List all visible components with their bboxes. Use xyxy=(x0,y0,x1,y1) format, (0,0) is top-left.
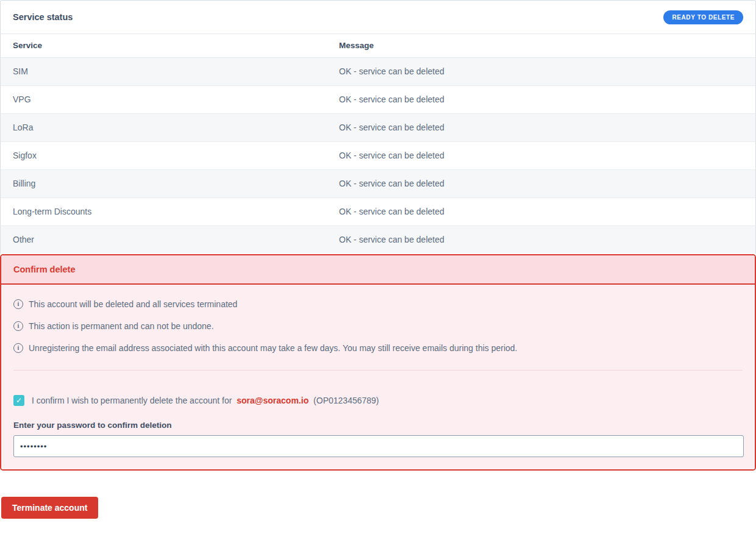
info-note: iThis account will be deleted and all se… xyxy=(13,299,743,309)
column-header-service: Service xyxy=(1,34,327,57)
table-row: Long-term DiscountsOK - service can be d… xyxy=(1,197,755,226)
message-cell: OK - service can be deleted xyxy=(327,57,755,85)
table-row: SigfoxOK - service can be deleted xyxy=(1,141,755,169)
table-row: LoRaOK - service can be deleted xyxy=(1,113,755,141)
confirm-label-suffix: (OP0123456789) xyxy=(313,396,379,405)
confirm-delete-panel: Confirm delete iThis account will be del… xyxy=(0,254,756,471)
service-status-card: Service status READY TO DELETE Service M… xyxy=(0,0,756,254)
service-cell: LoRa xyxy=(1,113,327,141)
service-cell: VPG xyxy=(1,85,327,113)
confirm-checkbox-row: I confirm I wish to permanently delete t… xyxy=(13,395,743,406)
confirm-delete-title: Confirm delete xyxy=(13,265,76,274)
page-title: Service status xyxy=(13,12,73,22)
table-row: VPGOK - service can be deleted xyxy=(1,85,755,113)
info-note: iUnregistering the email address associa… xyxy=(13,343,743,353)
column-header-message: Message xyxy=(327,34,755,57)
status-badge: READY TO DELETE xyxy=(663,10,743,24)
message-cell: OK - service can be deleted xyxy=(327,169,755,197)
note-text: Unregistering the email address associat… xyxy=(29,343,518,353)
table-row: SIMOK - service can be deleted xyxy=(1,57,755,85)
password-input[interactable] xyxy=(13,435,744,457)
service-cell: Sigfox xyxy=(1,141,327,169)
message-cell: OK - service can be deleted xyxy=(327,226,755,254)
info-icon: i xyxy=(13,299,23,309)
info-icon: i xyxy=(13,343,23,353)
service-cell: Other xyxy=(1,226,327,254)
service-status-table: Service Message SIMOK - service can be d… xyxy=(1,34,755,254)
confirm-notes: iThis account will be deleted and all se… xyxy=(13,299,743,353)
service-cell: Long-term Discounts xyxy=(1,197,327,226)
divider xyxy=(13,370,743,371)
table-row: BillingOK - service can be deleted xyxy=(1,169,755,197)
note-text: This action is permanent and can not be … xyxy=(29,321,214,331)
confirm-checkbox[interactable] xyxy=(13,395,24,406)
password-label: Enter your password to confirm deletion xyxy=(13,421,743,430)
confirm-label: I confirm I wish to permanently delete t… xyxy=(32,396,379,405)
confirm-delete-body: iThis account will be deleted and all se… xyxy=(1,285,755,469)
info-icon: i xyxy=(13,321,23,331)
table-header-row: Service Message xyxy=(1,34,755,57)
service-cell: Billing xyxy=(1,169,327,197)
service-table-body: SIMOK - service can be deletedVPGOK - se… xyxy=(1,57,755,254)
message-cell: OK - service can be deleted xyxy=(327,113,755,141)
message-cell: OK - service can be deleted xyxy=(327,85,755,113)
info-note: iThis action is permanent and can not be… xyxy=(13,321,743,331)
confirm-label-prefix: I confirm I wish to permanently delete t… xyxy=(32,396,232,405)
table-row: OtherOK - service can be deleted xyxy=(1,226,755,254)
message-cell: OK - service can be deleted xyxy=(327,197,755,226)
account-email-link[interactable]: sora@soracom.io xyxy=(237,396,308,405)
card-header: Service status READY TO DELETE xyxy=(1,1,755,34)
note-text: This account will be deleted and all ser… xyxy=(29,299,237,309)
message-cell: OK - service can be deleted xyxy=(327,141,755,169)
confirm-delete-header: Confirm delete xyxy=(1,255,755,285)
terminate-account-button[interactable]: Terminate account xyxy=(1,497,98,519)
service-cell: SIM xyxy=(1,57,327,85)
